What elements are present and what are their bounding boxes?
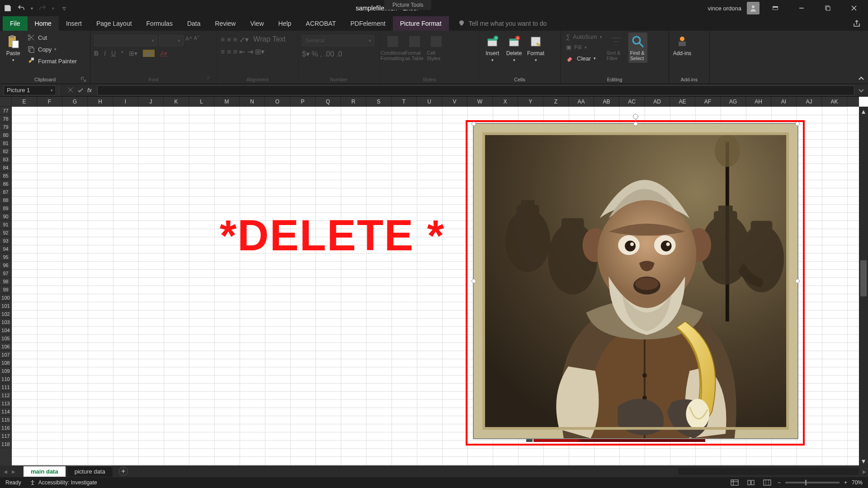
row-header[interactable]: 108 <box>0 359 12 367</box>
column-header[interactable]: W <box>467 97 493 107</box>
name-box[interactable]: Picture 1▾ <box>4 85 56 95</box>
row-header[interactable]: 91 <box>0 221 12 229</box>
row-header[interactable]: 79 <box>0 123 12 131</box>
expand-formula-bar-icon[interactable] <box>858 87 864 94</box>
paste-button[interactable]: Paste ▾ <box>4 33 23 62</box>
column-header[interactable]: L <box>189 97 214 107</box>
column-header[interactable]: Y <box>518 97 543 107</box>
vertical-scrollbar[interactable]: ▴ ▾ <box>859 107 868 465</box>
tab-view[interactable]: View <box>243 16 271 31</box>
row-header[interactable]: 85 <box>0 172 12 180</box>
column-header[interactable]: X <box>493 97 518 107</box>
addins-button[interactable]: Add-ins <box>673 33 692 56</box>
column-header[interactable]: F <box>37 97 62 107</box>
tab-data[interactable]: Data <box>180 16 208 31</box>
row-header[interactable]: 93 <box>0 237 12 245</box>
row-header[interactable]: 109 <box>0 367 12 375</box>
row-header[interactable]: 84 <box>0 164 12 172</box>
resize-handle-n[interactable] <box>633 122 638 126</box>
page-layout-view-button[interactable] <box>745 478 757 487</box>
column-header[interactable]: Q <box>316 97 341 107</box>
zoom-in-button[interactable]: + <box>844 479 847 486</box>
row-header[interactable]: 92 <box>0 229 12 237</box>
avatar[interactable] <box>747 2 760 14</box>
row-headers[interactable]: 7778798081828384858687888990919293949596… <box>0 107 12 465</box>
tab-picture-format[interactable]: Picture Format <box>393 16 449 31</box>
column-header[interactable]: I <box>113 97 138 107</box>
row-header[interactable]: 86 <box>0 180 12 188</box>
row-header[interactable]: 98 <box>0 277 12 286</box>
row-header[interactable]: 78 <box>0 115 12 123</box>
normal-view-button[interactable] <box>729 478 741 487</box>
insert-cells-button[interactable]: +Insert▾ <box>483 33 502 62</box>
minimize-icon[interactable] <box>791 1 812 15</box>
scroll-thumb[interactable] <box>860 260 867 296</box>
scroll-down-icon[interactable]: ▾ <box>859 456 868 465</box>
save-icon[interactable] <box>4 4 12 12</box>
column-header[interactable]: H <box>88 97 113 107</box>
column-header[interactable]: V <box>442 97 467 107</box>
column-header[interactable]: J <box>138 97 164 107</box>
horizontal-scrollbar[interactable] <box>678 468 859 475</box>
row-header[interactable]: 96 <box>0 261 12 269</box>
row-header[interactable]: 102 <box>0 310 12 318</box>
column-header[interactable]: R <box>341 97 366 107</box>
format-cells-button[interactable]: Format▾ <box>526 33 545 62</box>
cancel-formula-icon[interactable] <box>67 87 74 93</box>
dialog-launcher-icon[interactable] <box>81 77 86 82</box>
row-header[interactable]: 82 <box>0 147 12 155</box>
zoom-slider[interactable] <box>785 482 840 483</box>
close-icon[interactable] <box>844 1 864 15</box>
tell-me-search[interactable]: Tell me what you want to do <box>449 16 547 31</box>
row-header[interactable]: 113 <box>0 399 12 408</box>
scroll-right-icon[interactable]: ▸ <box>863 467 866 476</box>
row-header[interactable]: 114 <box>0 408 12 416</box>
cell-grid[interactable]: *DELETE * <box>12 107 859 465</box>
column-header[interactable]: AK <box>822 97 847 107</box>
resize-handle-e[interactable] <box>795 279 800 283</box>
column-header[interactable]: Z <box>543 97 569 107</box>
select-all-button[interactable] <box>0 97 12 107</box>
column-header[interactable]: AA <box>569 97 594 107</box>
column-header[interactable]: G <box>62 97 88 107</box>
column-header[interactable]: AF <box>695 97 721 107</box>
fx-icon[interactable]: fx <box>87 87 92 94</box>
column-header[interactable]: T <box>392 97 417 107</box>
sheet-tab-main-data[interactable]: main data <box>24 466 66 477</box>
tab-acrobat[interactable]: ACROBAT <box>298 16 343 31</box>
row-header[interactable]: 116 <box>0 424 12 432</box>
undo-icon[interactable] <box>17 4 25 12</box>
resize-handle-nw[interactable] <box>472 122 476 126</box>
tab-review[interactable]: Review <box>208 16 243 31</box>
copy-button[interactable]: Copy ▾ <box>25 44 79 54</box>
ribbon-display-icon[interactable] <box>765 1 786 15</box>
sheet-nav-prev[interactable]: ◂ <box>4 467 7 476</box>
formula-input[interactable] <box>97 85 854 95</box>
row-header[interactable]: 118 <box>0 440 12 448</box>
column-header[interactable]: U <box>417 97 442 107</box>
tab-page-layout[interactable]: Page Layout <box>89 16 139 31</box>
row-header[interactable]: 97 <box>0 269 12 277</box>
zoom-level[interactable]: 70% <box>852 479 863 486</box>
tab-insert[interactable]: Insert <box>59 16 89 31</box>
cut-button[interactable]: Cut <box>25 33 79 42</box>
row-header[interactable]: 105 <box>0 334 12 343</box>
row-header[interactable]: 95 <box>0 253 12 261</box>
format-painter-button[interactable]: Format Painter <box>25 56 79 66</box>
add-sheet-button[interactable]: + <box>119 467 128 476</box>
row-header[interactable]: 77 <box>0 107 12 115</box>
tab-file[interactable]: File <box>3 16 28 31</box>
row-header[interactable]: 106 <box>0 343 12 351</box>
column-header[interactable]: AD <box>645 97 670 107</box>
column-header[interactable]: E <box>12 97 37 107</box>
row-header[interactable]: 117 <box>0 432 12 440</box>
column-header[interactable]: AG <box>721 97 746 107</box>
row-header[interactable]: 100 <box>0 294 12 302</box>
maximize-icon[interactable] <box>817 1 838 15</box>
zoom-out-button[interactable]: − <box>778 479 781 486</box>
tab-help[interactable]: Help <box>271 16 299 31</box>
find-select-button[interactable]: Find & Select <box>628 33 647 63</box>
row-header[interactable]: 81 <box>0 139 12 147</box>
collapse-ribbon-icon[interactable] <box>858 75 864 82</box>
row-header[interactable]: 115 <box>0 416 12 424</box>
